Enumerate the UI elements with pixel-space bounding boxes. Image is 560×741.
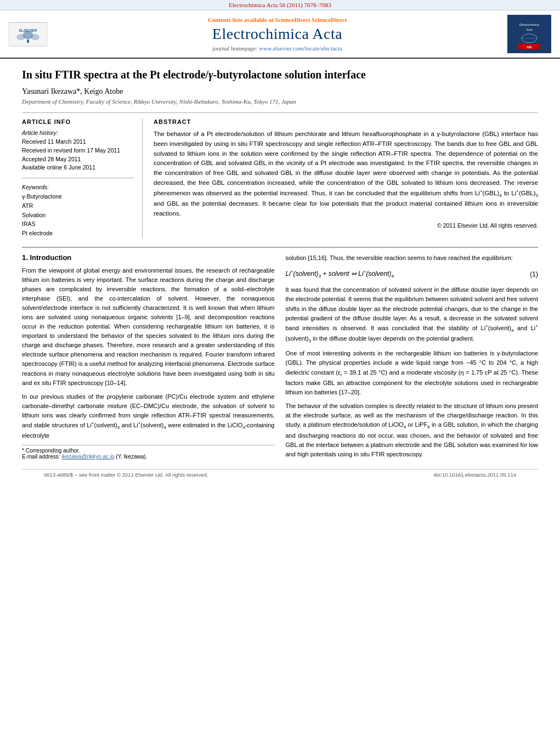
body-right-para-2: It was found that the concentration of s…	[286, 285, 539, 344]
body-para-1: From the viewpoint of global energy and …	[22, 266, 275, 388]
received-date: Received 11 March 2011	[22, 138, 134, 146]
abstract-text: The behavior of a Pt electrode/solution …	[154, 129, 538, 219]
body-right-para-3: One of most interesting solvents in the …	[286, 349, 539, 397]
elsevier-logo-container: ELSEVIER	[9, 22, 47, 47]
svg-rect-5	[27, 39, 29, 43]
article-title: In situ FTIR spectra at the Pt electrode…	[22, 67, 538, 82]
keyword-4: IRAS	[22, 219, 134, 229]
keyword-5: Pt electrode	[22, 229, 134, 238]
journal-header: ELSEVIER Contents lists available at Sci…	[0, 10, 560, 59]
body-right-para-4: The behavior of the solvation complex is…	[286, 401, 539, 459]
equation-1: Li+(solvent)3 + solvent ⇔ Li+(solvent)4 …	[286, 269, 539, 279]
journal-homepage: journal homepage: www.elsevier.com/locat…	[53, 45, 502, 52]
equation-text: Li+(solvent)3 + solvent ⇔ Li+(solvent)4	[286, 269, 525, 279]
body-right-col: solution [15,16]. Thus, the reversible r…	[286, 253, 539, 463]
body-section: 1. Introduction From the viewpoint of gl…	[22, 247, 538, 463]
journal-title: Electrochimica Acta	[53, 25, 502, 43]
affiliation: Department of Chemistry, Faculty of Scie…	[22, 98, 538, 105]
footer: 0013-4686/$ – see front matter © 2011 El…	[22, 469, 538, 480]
svg-text:Acta: Acta	[526, 28, 533, 31]
footer-license: 0013-4686/$ – see front matter © 2011 El…	[44, 472, 208, 478]
meta-section: ARTICLE INFO Article history: Received 1…	[22, 112, 538, 238]
article-info-title: ARTICLE INFO	[22, 118, 134, 125]
body-left-col: 1. Introduction From the viewpoint of gl…	[22, 253, 275, 463]
body-para-2: In our previous studies of the propylene…	[22, 392, 275, 440]
keyword-1: γ-Butyrolactone	[22, 192, 134, 201]
journal-citation: Electrochimica Acta 56 (2011) 7078–7083	[229, 2, 331, 8]
article-info: ARTICLE INFO Article history: Received 1…	[22, 118, 143, 238]
footnote-corresponding: * Corresponding author.	[22, 448, 275, 454]
abstract-section: ABSTRACT The behavior of a Pt electrode/…	[154, 118, 538, 238]
keyword-3: Solvation	[22, 211, 134, 220]
homepage-link[interactable]: www.elsevier.com/locate/electacta	[259, 45, 342, 52]
copyright: © 2011 Elsevier Ltd. All rights reserved…	[154, 222, 538, 229]
elsevier-logo: ELSEVIER	[9, 22, 47, 47]
keywords-section: Keywords: γ-Butyrolactone ATR Solvation …	[22, 184, 134, 238]
available-online: Available online 6 June 2011	[22, 163, 134, 172]
section-1-title: 1. Introduction	[22, 253, 275, 262]
history-section: Article history: Received 11 March 2011 …	[22, 129, 134, 172]
equation-number: (1)	[530, 270, 538, 278]
abstract-title: ABSTRACT	[154, 118, 538, 125]
keywords-label: Keywords:	[22, 184, 134, 190]
divider	[22, 178, 134, 178]
article-content: In situ FTIR spectra at the Pt electrode…	[0, 59, 560, 489]
accepted-date: Accepted 28 May 2011	[22, 155, 134, 164]
svg-text:ISE: ISE	[527, 46, 532, 49]
footnote-email: E-mail address: ikezawa@rikkyo.ac.jp (Y.…	[22, 454, 275, 460]
email-link[interactable]: ikezawa@rikkyo.ac.jp	[61, 454, 114, 460]
top-bar: Electrochimica Acta 56 (2011) 7078–7083	[0, 0, 560, 10]
keyword-2: ATR	[22, 201, 134, 211]
authors: Yasunari Ikezawa*, Keigo Atobe	[22, 87, 538, 96]
sciencedirect-text: Contents lists available at ScienceDirec…	[53, 16, 502, 23]
history-label: Article history:	[22, 129, 134, 136]
body-right-para-1: solution [15,16]. Thus, the reversible r…	[286, 253, 539, 263]
journal-center: Contents lists available at ScienceDirec…	[53, 16, 502, 52]
footnote-section: * Corresponding author. E-mail address: …	[22, 445, 275, 460]
svg-point-4	[31, 34, 39, 40]
footer-doi: doi:10.1016/j.electacta.2011.05.114	[433, 472, 516, 478]
svg-text:Electrochimica: Electrochimica	[519, 23, 540, 26]
right-logo: Electrochimica Acta ISE	[507, 15, 551, 53]
received-revised: Received in revised form 17 May 2011	[22, 146, 134, 155]
